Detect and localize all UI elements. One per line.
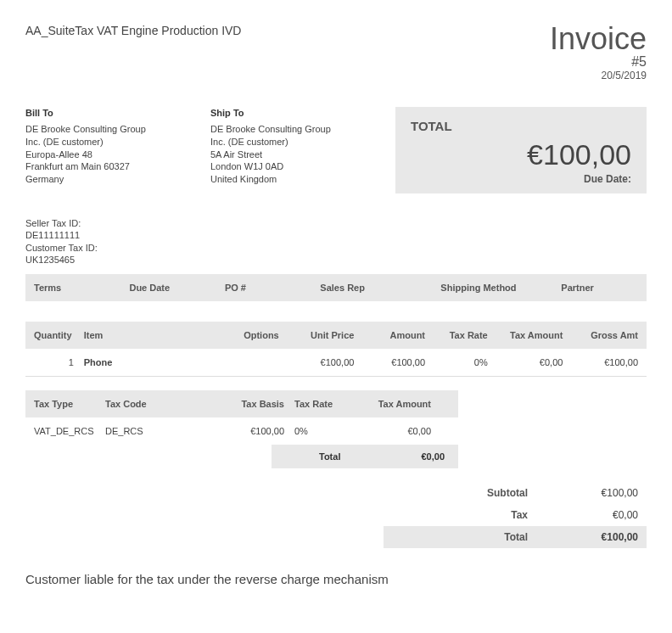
- due-date-label: Due Date:: [411, 173, 631, 185]
- tax-total-amount: €0,00: [421, 451, 453, 462]
- val-due-date: [126, 308, 217, 315]
- total-box: TOTAL €100,00 Due Date:: [395, 107, 647, 193]
- tax-code: DE_RCS: [102, 424, 212, 438]
- tax-summary: Tax Type Tax Code Tax Basis Tax Rate Tax…: [25, 390, 458, 468]
- line-options: [215, 356, 283, 369]
- col-item: Item: [81, 328, 211, 342]
- total-amount: €100,00: [411, 138, 631, 171]
- total-label: Total: [392, 531, 562, 543]
- tax-row: VAT_DE_RCS DE_RCS €100,00 0% €0,00: [25, 417, 458, 445]
- ship-to-line: United Kingdom: [210, 173, 380, 186]
- line-unit-price: €100,00: [286, 356, 358, 369]
- col-due-date: Due Date: [126, 281, 217, 294]
- tax-header-row: Tax Type Tax Code Tax Basis Tax Rate Tax…: [25, 390, 458, 417]
- subtotal-label: Subtotal: [392, 487, 562, 499]
- col-tax-type: Tax Type: [31, 397, 98, 411]
- total-value: €100,00: [562, 531, 638, 543]
- ship-to-line: 5A Air Street: [210, 148, 380, 161]
- tax-row-totals: Tax €0,00: [384, 504, 647, 526]
- tax-ids: Seller Tax ID: DE11111111 Customer Tax I…: [25, 217, 647, 266]
- col-po: PO #: [221, 281, 313, 294]
- col-amount: Amount: [361, 328, 428, 342]
- ship-to-block: Ship To DE Brooke Consulting Group Inc. …: [210, 107, 380, 193]
- tax-total-label: Total: [277, 451, 340, 462]
- subtotal-value: €100,00: [562, 487, 638, 499]
- line-amount: €100,00: [361, 356, 428, 369]
- col-tax-amount2: Tax Amount: [354, 397, 434, 411]
- col-tax-code: Tax Code: [102, 397, 212, 411]
- bill-to-label: Bill To: [25, 107, 195, 120]
- ship-to-line: London W1J 0AD: [210, 160, 380, 173]
- val-po: [221, 308, 313, 315]
- val-shipping: [437, 308, 554, 315]
- col-tax-basis: Tax Basis: [216, 397, 288, 411]
- val-sales-rep: [316, 308, 434, 315]
- tax-value: €0,00: [562, 509, 638, 521]
- customer-tax-id-value: UK1235465: [25, 254, 647, 266]
- seller-tax-id-value: DE11111111: [25, 229, 647, 241]
- total-label: TOTAL: [411, 119, 631, 133]
- totals-block: Subtotal €100,00 Tax €0,00 Total €100,00: [384, 482, 647, 548]
- bill-to-line: Inc. (DE customer): [25, 136, 195, 148]
- bill-to-line: Germany: [25, 173, 195, 186]
- tax-amount: €0,00: [354, 424, 434, 438]
- customer-tax-id-label: Customer Tax ID:: [25, 242, 647, 254]
- col-terms: Terms: [31, 281, 122, 294]
- col-partner: Partner: [557, 281, 641, 294]
- col-shipping: Shipping Method: [437, 281, 554, 294]
- bill-to-line: Frankfurt am Main 60327: [25, 160, 195, 173]
- bill-to-block: Bill To DE Brooke Consulting Group Inc. …: [25, 107, 195, 193]
- company-name: AA_SuiteTax VAT Engine Production IVD: [25, 24, 241, 37]
- tax-rate: 0%: [291, 424, 350, 438]
- invoice-title: Invoice: [550, 24, 647, 54]
- invoice-header: Invoice #5 20/5/2019: [550, 24, 647, 81]
- meta-value-row: [25, 301, 647, 322]
- tax-type: VAT_DE_RCS: [31, 424, 98, 438]
- tax-label: Tax: [392, 509, 562, 521]
- line-tax-rate: 0%: [432, 356, 491, 369]
- line-tax-amount: €0,00: [495, 356, 567, 369]
- val-partner: [557, 308, 641, 315]
- col-gross: Gross Amt: [569, 328, 641, 342]
- col-unit-price: Unit Price: [286, 328, 358, 342]
- line-qty: 1: [31, 356, 77, 369]
- tax-total-row: Total €0,00: [272, 445, 458, 468]
- ship-to-label: Ship To: [210, 107, 380, 120]
- bill-to-line: Europa-Allee 48: [25, 148, 195, 161]
- val-terms: [31, 308, 122, 315]
- col-options: Options: [215, 328, 283, 342]
- col-tax-amount: Tax Amount: [495, 328, 567, 342]
- line-header-row: Quantity Item Options Unit Price Amount …: [25, 322, 647, 349]
- tax-basis: €100,00: [216, 424, 288, 438]
- ship-to-line: Inc. (DE customer): [210, 136, 380, 148]
- invoice-date: 20/5/2019: [550, 70, 647, 81]
- subtotal-row: Subtotal €100,00: [384, 482, 647, 504]
- line-gross: €100,00: [569, 356, 641, 369]
- line-item-row: 1 Phone €100,00 €100,00 0% €0,00 €100,00: [25, 349, 647, 377]
- col-tax-rate: Tax Rate: [432, 328, 491, 342]
- col-tax-rate2: Tax Rate: [291, 397, 350, 411]
- seller-tax-id-label: Seller Tax ID:: [25, 217, 647, 229]
- bill-to-line: DE Brooke Consulting Group: [25, 123, 195, 136]
- ship-to-line: DE Brooke Consulting Group: [210, 123, 380, 136]
- line-item: Phone: [81, 356, 211, 369]
- invoice-number: #5: [550, 54, 647, 70]
- col-qty: Quantity: [31, 328, 77, 342]
- grand-total-row: Total €100,00: [384, 526, 647, 548]
- meta-header-row: Terms Due Date PO # Sales Rep Shipping M…: [25, 274, 647, 301]
- footer-note: Customer liable for the tax under the re…: [25, 572, 647, 586]
- col-sales-rep: Sales Rep: [316, 281, 434, 294]
